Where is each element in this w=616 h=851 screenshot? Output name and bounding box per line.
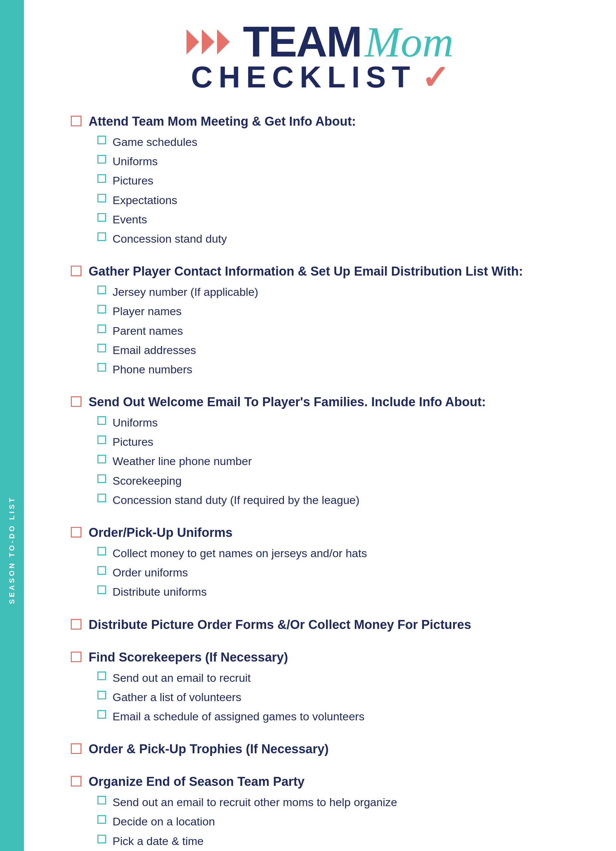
list-item: Events [98, 212, 569, 227]
checkbox-sub-3-1[interactable] [98, 416, 106, 425]
checkbox-sub-1-6[interactable] [98, 232, 106, 241]
list-item: Collect money to get names on jerseys an… [98, 546, 569, 561]
list-item-text: Email a schedule of assigned games to vo… [113, 709, 365, 724]
checkmark-icon: ✓ [421, 61, 449, 94]
list-item: Order uniforms [98, 565, 569, 580]
checkbox-sub-6-1[interactable] [98, 672, 106, 680]
list-item-text: Gather a list of volunteers [113, 690, 241, 704]
list-item-text: Events [113, 212, 147, 227]
list-item-text: Collect money to get names on jerseys an… [113, 546, 367, 561]
section-7: Order & Pick-Up Trophies (If Necessary) [71, 742, 569, 756]
list-item: Game schedules [98, 135, 569, 149]
list-item-text: Pictures [113, 173, 153, 188]
checkbox-sub-3-3[interactable] [98, 455, 106, 463]
section-4: Order/Pick-Up UniformsCollect money to g… [71, 526, 569, 599]
checklist-container: Attend Team Mom Meeting & Get Info About… [71, 114, 569, 851]
checkbox-sub-1-4[interactable] [98, 194, 106, 203]
section-8: Organize End of Season Team PartySend ou… [71, 774, 569, 851]
checkbox-sub-2-2[interactable] [98, 305, 106, 313]
page-wrapper: SEASON TO-DO LIST TEAM Mom CHECKLIST ✓ [0, 0, 616, 851]
checkbox-sub-4-2[interactable] [98, 566, 106, 575]
list-item: Send out an email to recruit [98, 671, 569, 685]
chevron-2 [202, 29, 215, 54]
checkbox-main-1[interactable] [71, 116, 81, 126]
section-title-4: Order/Pick-Up Uniforms [89, 526, 233, 540]
title-mom: Mom [365, 20, 454, 63]
section-header-3: Send Out Welcome Email To Player's Famil… [71, 395, 569, 409]
list-item: Distribute uniforms [98, 584, 569, 599]
chevron-1 [186, 29, 199, 54]
checkbox-sub-3-5[interactable] [98, 494, 106, 502]
section-title-6: Find Scorekeepers (If Necessary) [89, 650, 288, 665]
section-title-3: Send Out Welcome Email To Player's Famil… [89, 395, 486, 409]
checkbox-sub-2-1[interactable] [98, 286, 106, 294]
checkbox-sub-6-3[interactable] [98, 710, 106, 719]
list-item-text: Pictures [113, 435, 153, 449]
checkbox-sub-3-2[interactable] [98, 436, 106, 444]
checkbox-sub-8-1[interactable] [98, 796, 106, 804]
list-item-text: Decide on a location [113, 814, 215, 829]
checkbox-sub-8-2[interactable] [98, 815, 106, 824]
checkbox-sub-8-3[interactable] [98, 835, 106, 843]
list-item-text: Send out an email to recruit [113, 671, 251, 685]
checkbox-sub-1-5[interactable] [98, 213, 106, 222]
list-item-text: Email addresses [113, 343, 196, 357]
list-item: Expectations [98, 193, 569, 207]
list-item-text: Pick a date & time [113, 834, 204, 848]
chevron-3 [217, 29, 230, 54]
checkbox-main-6[interactable] [71, 651, 81, 662]
section-header-7: Order & Pick-Up Trophies (If Necessary) [71, 742, 569, 756]
list-item-text: Order uniforms [113, 565, 188, 580]
sub-items-3: UniformsPicturesWeather line phone numbe… [98, 415, 569, 507]
list-item-text: Expectations [113, 193, 177, 207]
checklist-row: CHECKLIST ✓ [191, 60, 449, 95]
checkbox-sub-2-4[interactable] [98, 344, 106, 352]
checkbox-main-5[interactable] [71, 619, 81, 630]
checkbox-sub-4-3[interactable] [98, 585, 106, 594]
section-title-8: Organize End of Season Team Party [89, 774, 305, 789]
list-item: Phone numbers [98, 362, 569, 377]
list-item: Email a schedule of assigned games to vo… [98, 709, 569, 724]
checkbox-sub-1-1[interactable] [98, 135, 106, 144]
checkbox-sub-4-1[interactable] [98, 547, 106, 555]
checkbox-sub-1-3[interactable] [98, 174, 106, 183]
checkbox-main-2[interactable] [71, 266, 81, 276]
list-item: Decide on a location [98, 814, 569, 829]
list-item: Player names [98, 304, 569, 319]
checkbox-sub-6-2[interactable] [98, 691, 106, 699]
checkbox-sub-2-3[interactable] [98, 325, 106, 333]
section-header-4: Order/Pick-Up Uniforms [71, 526, 569, 540]
section-header-1: Attend Team Mom Meeting & Get Info About… [71, 114, 569, 129]
checkbox-main-4[interactable] [71, 527, 81, 538]
sub-items-1: Game schedulesUniformsPicturesExpectatio… [98, 135, 569, 246]
title-checklist: CHECKLIST [191, 60, 416, 95]
list-item: Weather line phone number [98, 454, 569, 468]
section-5: Distribute Picture Order Forms &/Or Coll… [71, 618, 569, 632]
checkbox-main-8[interactable] [71, 776, 81, 786]
list-item: Jersey number (If applicable) [98, 284, 569, 299]
checkbox-sub-1-2[interactable] [98, 155, 106, 164]
list-item: Pictures [98, 173, 569, 188]
section-header-6: Find Scorekeepers (If Necessary) [71, 650, 569, 665]
list-item-text: Distribute uniforms [113, 584, 207, 599]
list-item-text: Concession stand duty (If required by th… [113, 493, 360, 507]
section-header-5: Distribute Picture Order Forms &/Or Coll… [71, 618, 569, 632]
list-item-text: Game schedules [113, 135, 197, 149]
checkbox-sub-2-5[interactable] [98, 363, 106, 371]
checkbox-sub-3-4[interactable] [98, 474, 106, 483]
title-team: TEAM [243, 20, 361, 63]
list-item: Concession stand duty [98, 232, 569, 246]
checkbox-main-7[interactable] [71, 743, 81, 754]
list-item-text: Player names [113, 304, 182, 319]
sidebar: SEASON TO-DO LIST [0, 0, 24, 851]
section-6: Find Scorekeepers (If Necessary)Send out… [71, 650, 569, 724]
section-header-8: Organize End of Season Team Party [71, 774, 569, 789]
checkbox-main-3[interactable] [71, 396, 81, 407]
section-title-7: Order & Pick-Up Trophies (If Necessary) [89, 742, 329, 756]
chevrons-decoration [186, 29, 230, 54]
header-top: TEAM Mom [186, 20, 454, 63]
sub-items-6: Send out an email to recruitGather a lis… [98, 671, 569, 724]
list-item: Parent names [98, 323, 569, 338]
list-item: Uniforms [98, 415, 569, 430]
header: TEAM Mom CHECKLIST ✓ [64, 20, 576, 95]
